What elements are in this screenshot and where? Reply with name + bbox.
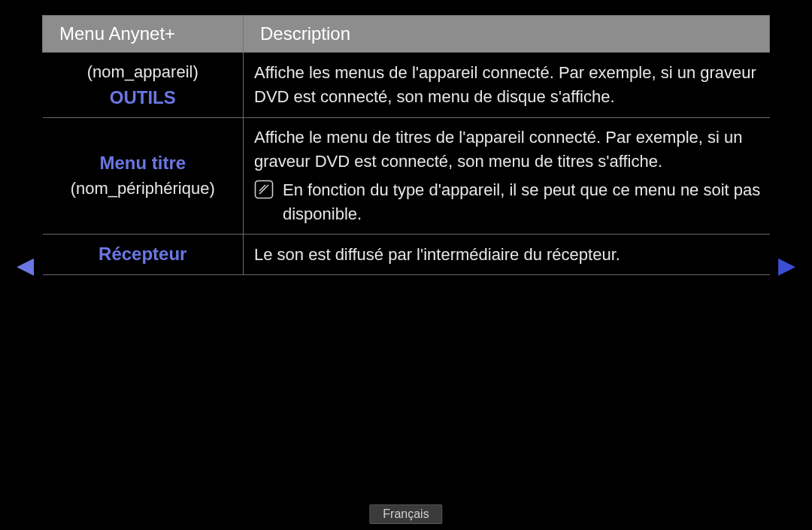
desc-cell-outils: Affiche les menus de l'appareil connecté… — [244, 53, 770, 118]
note-text: En fonction du type d'appareil, il se pe… — [283, 178, 764, 226]
header-description: Description — [244, 16, 770, 53]
note-icon — [254, 180, 274, 206]
desc-text: Affiche le menu de titres de l'appareil … — [254, 126, 764, 174]
language-pill: Français — [369, 504, 442, 524]
table-row: Menu titre (nom_périphérique) Affiche le… — [43, 118, 770, 235]
menu-cell-menutitre: Menu titre (nom_périphérique) — [43, 118, 244, 235]
menu-sublabel: (nom_périphérique) — [71, 177, 215, 201]
menu-label-menutitre: Menu titre — [99, 151, 186, 175]
note-row: En fonction du type d'appareil, il se pe… — [254, 178, 764, 226]
menu-sublabel: (nom_appareil) — [87, 60, 198, 84]
nav-arrow-left-icon[interactable]: ◀ — [17, 254, 34, 277]
table-row: Récepteur Le son est diffusé par l'inter… — [43, 235, 770, 275]
anynet-table-wrap: Menu Anynet+ Description (nom_appareil) … — [42, 15, 770, 275]
desc-cell-menutitre: Affiche le menu de titres de l'appareil … — [244, 118, 770, 235]
menu-cell-outils: (nom_appareil) OUTILS — [43, 53, 244, 118]
menu-cell-recepteur: Récepteur — [43, 235, 244, 275]
menu-label-recepteur: Récepteur — [98, 244, 186, 264]
nav-arrow-right-icon[interactable]: ▶ — [778, 254, 795, 277]
manual-page: Menu Anynet+ Description (nom_appareil) … — [0, 0, 812, 530]
svg-line-2 — [259, 185, 265, 191]
anynet-table: Menu Anynet+ Description (nom_appareil) … — [42, 15, 770, 275]
table-header-row: Menu Anynet+ Description — [43, 16, 770, 53]
menu-label-outils: OUTILS — [110, 86, 176, 110]
desc-cell-recepteur: Le son est diffusé par l'intermédiaire d… — [244, 235, 770, 275]
table-row: (nom_appareil) OUTILS Affiche les menus … — [43, 53, 770, 118]
header-menu: Menu Anynet+ — [43, 16, 244, 53]
